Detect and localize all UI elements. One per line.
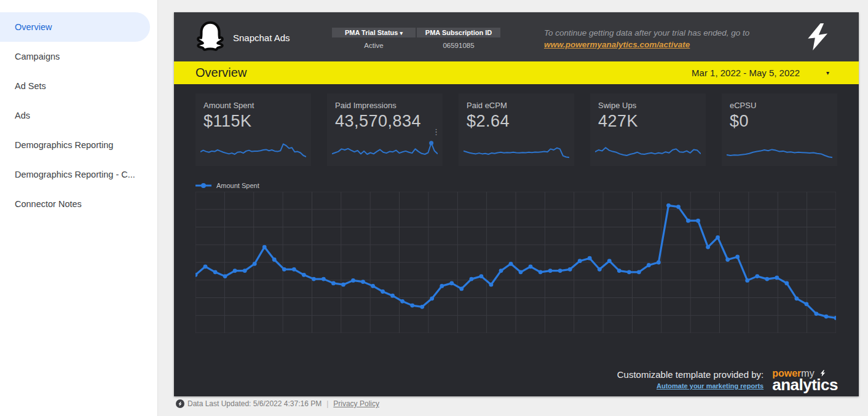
sidebar-item-connector-notes[interactable]: Connector Notes xyxy=(0,189,150,219)
kpi-card-swipe-ups[interactable]: Swipe Ups 427K xyxy=(590,93,706,166)
kpi-value: 43,570,834 xyxy=(327,110,443,131)
kpi-card-paid-impressions[interactable]: Paid Impressions 43,570,834 ⋮ xyxy=(327,93,443,166)
provided-by-text: Customizable template provided by: xyxy=(617,369,763,380)
dashboard-canvas: Snapchat Ads PMA Trial Status ▾ Active P… xyxy=(174,12,859,396)
activate-link[interactable]: www.powermyanalytics.com/activate xyxy=(544,40,690,49)
lightning-bolt-icon xyxy=(803,18,832,56)
page-banner: Overview Mar 1, 2022 - May 5, 2022 ▾ xyxy=(174,61,859,84)
dashboard-header: Snapchat Ads PMA Trial Status ▾ Active P… xyxy=(174,12,859,61)
status-bar: Data Last Updated: 5/6/2022 4:37:16 PM |… xyxy=(176,399,379,408)
chart-legend: Amount Spent xyxy=(195,182,259,189)
power-my-analytics-logo: powermy analytics xyxy=(772,369,840,391)
pma-trial-status-label: PMA Trial Status xyxy=(345,29,398,36)
kpi-value: $2.64 xyxy=(459,110,574,131)
sidebar-item-ads[interactable]: Ads xyxy=(0,101,150,130)
date-range-value[interactable]: Mar 1, 2022 - May 5, 2022 xyxy=(692,68,800,78)
sidebar-item-demographics-reporting[interactable]: Demographics Reporting xyxy=(0,130,150,160)
kpi-label: Paid eCPM xyxy=(459,93,574,110)
pma-bolt-badge-icon xyxy=(176,399,184,408)
report-page-sidebar: Overview Campaigns Ad Sets Ads Demograph… xyxy=(0,0,158,416)
trial-note: To continue getting data after your tria… xyxy=(544,27,790,50)
kpi-card-amount-spent[interactable]: Amount Spent $115K xyxy=(195,93,311,166)
kpi-value: $115K xyxy=(195,110,311,131)
sparkline-ecpsu xyxy=(727,138,832,162)
sort-caret-icon: ▾ xyxy=(400,30,403,36)
sparkline-paid-impressions xyxy=(332,138,438,162)
kpi-value: 427K xyxy=(590,110,706,131)
logo-analytics-text: analytics xyxy=(772,378,838,391)
sparkline-paid-ecpm xyxy=(464,138,569,162)
pma-status-table: PMA Trial Status ▾ Active PMA Subscripti… xyxy=(332,28,502,49)
sidebar-item-campaigns[interactable]: Campaigns xyxy=(0,42,150,71)
last-updated-text: Data Last Updated: 5/6/2022 4:37:16 PM xyxy=(187,399,322,408)
privacy-policy-link[interactable]: Privacy Policy xyxy=(333,399,379,408)
pma-trial-status-value: Active xyxy=(332,37,416,49)
dashboard-footer: Customizable template provided by: Autom… xyxy=(617,369,840,391)
sidebar-item-overview[interactable]: Overview xyxy=(0,12,150,42)
sidebar-item-ad-sets[interactable]: Ad Sets xyxy=(0,71,150,101)
pma-trial-status-header[interactable]: PMA Trial Status ▾ xyxy=(332,28,416,37)
amount-spent-time-series-chart[interactable] xyxy=(195,192,836,333)
kpi-label: Amount Spent xyxy=(195,93,311,110)
report-title: Snapchat Ads xyxy=(233,33,290,43)
kpi-label: eCPSU xyxy=(722,93,837,110)
sidebar-item-demographics-reporting-c[interactable]: Demographics Reporting - C... xyxy=(0,160,150,189)
date-range-caret-icon[interactable]: ▾ xyxy=(826,69,829,76)
kpi-label: Swipe Ups xyxy=(590,93,706,110)
snapchat-ghost-icon xyxy=(192,19,228,55)
kebab-menu-icon[interactable]: ⋮ xyxy=(432,130,440,133)
automate-marketing-link[interactable]: Automate your marketing reports xyxy=(657,382,763,390)
sparkline-swipe-ups xyxy=(595,138,701,162)
sparkline-amount-spent xyxy=(200,138,306,162)
pma-subscription-id-header: PMA Subscription ID xyxy=(417,28,500,37)
kpi-label: Paid Impressions xyxy=(327,93,443,110)
status-divider: | xyxy=(326,399,328,408)
page-title: Overview xyxy=(174,66,247,80)
legend-label: Amount Spent xyxy=(216,182,259,189)
trial-note-text: To continue getting data after your tria… xyxy=(544,28,749,37)
pma-subscription-id-value: 06591085 xyxy=(417,37,500,49)
kpi-card-ecpsu[interactable]: eCPSU $0 xyxy=(722,93,837,166)
kpi-value: $0 xyxy=(722,110,837,131)
kpi-card-paid-ecpm[interactable]: Paid eCPM $2.64 xyxy=(459,93,574,166)
legend-line-icon xyxy=(195,182,211,189)
